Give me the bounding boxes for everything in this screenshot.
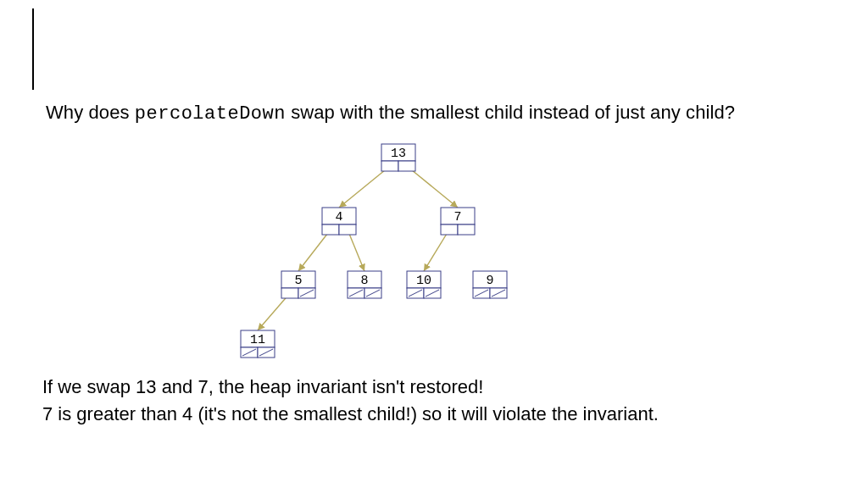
- svg-line-4: [424, 230, 449, 271]
- svg-rect-13: [339, 225, 356, 235]
- tree-node: 7: [441, 208, 475, 235]
- svg-rect-9: [398, 161, 415, 171]
- explanation-line-1: If we swap 13 and 7, the heap invariant …: [42, 376, 483, 398]
- question-code: percolateDown: [135, 103, 286, 125]
- svg-rect-12: [322, 225, 339, 235]
- svg-rect-8: [381, 161, 398, 171]
- tree-node: 8: [348, 271, 381, 298]
- explanation-line-2: 7 is greater than 4 (it's not the smalle…: [42, 403, 659, 425]
- tree-node: 11: [241, 330, 275, 358]
- svg-line-5: [258, 293, 290, 330]
- svg-line-2: [298, 230, 331, 271]
- svg-text:5: 5: [294, 274, 302, 288]
- tree-node: 10: [407, 271, 441, 298]
- svg-line-1: [407, 166, 458, 208]
- svg-rect-16: [441, 225, 458, 235]
- svg-text:7: 7: [453, 210, 461, 225]
- svg-text:9: 9: [486, 274, 493, 288]
- svg-text:11: 11: [250, 333, 265, 347]
- tree-node: 9: [473, 271, 507, 298]
- svg-text:4: 4: [335, 210, 342, 225]
- svg-text:10: 10: [416, 274, 431, 288]
- svg-text:13: 13: [391, 147, 406, 161]
- tree-node: 4: [322, 208, 356, 235]
- svg-line-3: [348, 230, 364, 271]
- svg-text:8: 8: [360, 274, 368, 288]
- svg-rect-17: [458, 225, 475, 235]
- question-text: Why does percolateDown swap with the sma…: [46, 102, 735, 125]
- tree-node: 13: [381, 144, 415, 171]
- accent-bar: [32, 8, 34, 90]
- heap-tree-diagram: 13475810911: [212, 136, 551, 364]
- question-prefix: Why does: [46, 102, 135, 123]
- tree-node: 5: [281, 271, 315, 298]
- question-suffix: swap with the smallest child instead of …: [286, 102, 735, 123]
- svg-line-0: [339, 166, 390, 208]
- svg-rect-20: [281, 288, 298, 298]
